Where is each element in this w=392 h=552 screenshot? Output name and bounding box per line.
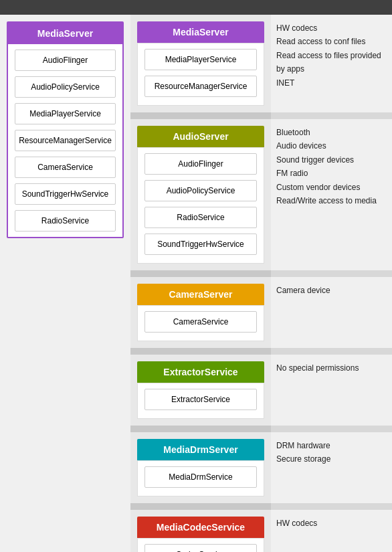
- mediacodecservice-mid: MediaCodecService CodecService: [130, 510, 271, 552]
- mediadrmserver-mid: MediaDrmServer MediaDrmService: [130, 432, 271, 503]
- audioserver-mid: AudioServer AudioFlinger AudioPolicyServ…: [130, 119, 271, 270]
- list-item: CameraService: [15, 157, 116, 178]
- left-server-header: MediaServer: [8, 23, 122, 44]
- audioserver-block: AudioServer AudioFlinger AudioPolicyServ…: [137, 126, 264, 264]
- extractorservice-permissions: No special permissions: [271, 355, 392, 426]
- list-item: SoundTriggerHwService: [15, 183, 116, 205]
- mediaserver-services: MediaPlayerService ResourceManagerServic…: [137, 43, 264, 106]
- list-item: MediaPlayerService: [144, 49, 257, 70]
- extractorservice-services: ExtractorService: [137, 383, 264, 419]
- mediadrmserver-permissions: DRM hardware Secure storage: [271, 432, 392, 503]
- mediaserver-mid: MediaServer MediaPlayerService ResourceM…: [130, 15, 271, 112]
- mediacodecservice-row: MediaCodecService CodecService HW codecs: [130, 510, 392, 552]
- top-nav-bar: [0, 0, 392, 15]
- perm-item: Read/Write access to media: [276, 194, 387, 207]
- mediacodecservice-header: MediaCodecService: [137, 517, 264, 538]
- audioserver-row: AudioServer AudioFlinger AudioPolicyServ…: [130, 119, 392, 270]
- separator: [130, 112, 392, 119]
- audioserver-services: AudioFlinger AudioPolicyService RadioSer…: [137, 147, 264, 264]
- perm-item: Camera device: [276, 284, 387, 297]
- perm-item: Read access to files provided by apps: [276, 49, 387, 76]
- separator: [130, 426, 392, 432]
- mediadrmserver-row: MediaDrmServer MediaDrmService DRM hardw…: [130, 432, 392, 503]
- separator: [130, 348, 392, 355]
- cameraserver-services: CameraService: [137, 305, 264, 341]
- list-item: MediaDrmService: [144, 466, 257, 488]
- mediadrmserver-header: MediaDrmServer: [137, 439, 264, 460]
- perm-item: DRM hardware: [276, 439, 387, 452]
- audioserver-permissions: Bluetooth Audio devices Sound trigger de…: [271, 119, 392, 270]
- list-item: ExtractorService: [144, 389, 257, 410]
- mediaserver-permissions: HW codecs Read access to conf files Read…: [271, 15, 392, 112]
- mediacodecservice-block: MediaCodecService CodecService: [137, 517, 264, 552]
- list-item: CodecService: [144, 544, 257, 552]
- perm-item: Bluetooth: [276, 126, 387, 139]
- list-item: AudioFlinger: [15, 50, 116, 71]
- mediadrmserver-block: MediaDrmServer MediaDrmService: [137, 439, 264, 496]
- perm-item: HW codecs: [276, 21, 387, 35]
- perm-item: Audio devices: [276, 139, 387, 153]
- cameraserver-permissions: Camera device: [271, 277, 392, 348]
- perm-item: Sound trigger devices: [276, 153, 387, 167]
- perm-item: Read access to conf files: [276, 35, 387, 48]
- left-services-list: AudioFlinger AudioPolicyService MediaPla…: [8, 50, 122, 232]
- list-item: AudioPolicyService: [15, 76, 116, 98]
- left-server-box: MediaServer AudioFlinger AudioPolicyServ…: [7, 21, 124, 238]
- perm-item: FM radio: [276, 167, 387, 180]
- mediaserver-row: MediaServer MediaPlayerService ResourceM…: [130, 15, 392, 112]
- mediadrmserver-services: MediaDrmService: [137, 460, 264, 496]
- list-item: ResourceManagerService: [15, 130, 116, 151]
- cameraserver-header: CameraServer: [137, 284, 264, 305]
- list-item: RadioService: [15, 210, 116, 232]
- extractorservice-mid: ExtractorService ExtractorService: [130, 355, 271, 426]
- list-item: RadioService: [144, 207, 257, 228]
- mediaserver-block: MediaServer MediaPlayerService ResourceM…: [137, 21, 264, 106]
- perm-item: No special permissions: [276, 361, 387, 375]
- audioserver-header: AudioServer: [137, 126, 264, 147]
- list-item: MediaPlayerService: [15, 103, 116, 124]
- cameraserver-block: CameraServer CameraService: [137, 284, 264, 341]
- perm-item: Secure storage: [276, 452, 387, 466]
- separator: [130, 270, 392, 277]
- extractorservice-block: ExtractorService ExtractorService: [137, 361, 264, 419]
- mediacodecservice-permissions: HW codecs: [271, 510, 392, 552]
- extractorservice-row: ExtractorService ExtractorService No spe…: [130, 355, 392, 426]
- cameraserver-row: CameraServer CameraService Camera device: [130, 277, 392, 348]
- perm-item: HW codecs: [276, 517, 387, 530]
- separator: [130, 503, 392, 510]
- mediacodecservice-services: CodecService: [137, 538, 264, 552]
- list-item: AudioFlinger: [144, 153, 257, 175]
- cameraserver-mid: CameraServer CameraService: [130, 277, 271, 348]
- mediaserver-header: MediaServer: [137, 21, 264, 43]
- list-item: SoundTriggerHwService: [144, 234, 257, 255]
- list-item: ResourceManagerService: [144, 76, 257, 97]
- list-item: AudioPolicyService: [144, 180, 257, 201]
- extractorservice-header: ExtractorService: [137, 361, 264, 383]
- perm-item: INET: [276, 76, 387, 90]
- list-item: CameraService: [144, 311, 257, 333]
- left-column: MediaServer AudioFlinger AudioPolicyServ…: [0, 15, 130, 552]
- perm-item: Custom vendor devices: [276, 181, 387, 194]
